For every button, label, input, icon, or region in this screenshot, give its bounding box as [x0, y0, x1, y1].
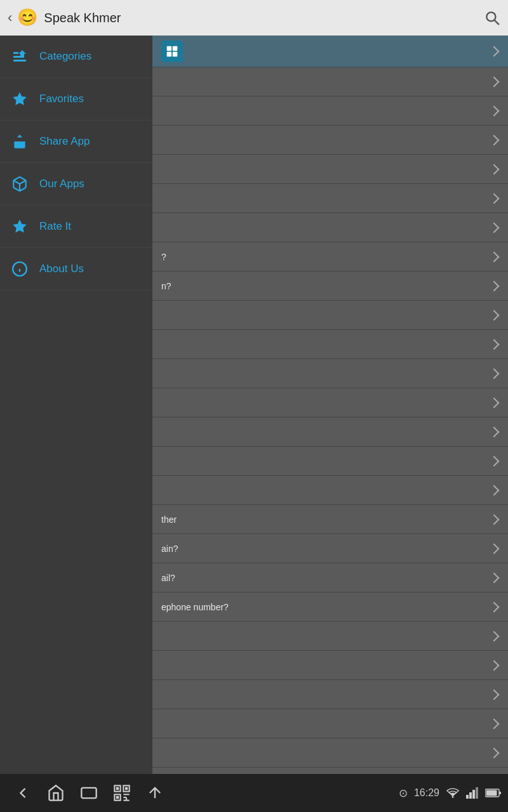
star-icon [10, 89, 29, 108]
svg-marker-9 [13, 219, 27, 233]
up-nav-button[interactable] [138, 779, 171, 807]
sidebar-item-favorites[interactable]: Favorites [0, 78, 152, 121]
back-nav-button[interactable] [6, 779, 39, 807]
chevron-right-icon [486, 658, 502, 673]
svg-rect-17 [81, 788, 96, 798]
signal-icon [466, 787, 479, 799]
sidebar-label-rate-it: Rate It [39, 220, 71, 233]
list-item[interactable] [152, 301, 508, 330]
box-icon [10, 174, 29, 193]
list-item[interactable] [152, 36, 508, 67]
svg-rect-32 [476, 787, 478, 799]
chevron-right-icon [486, 541, 502, 556]
list-item[interactable] [152, 738, 508, 768]
chevron-right-icon [486, 716, 502, 731]
list-item[interactable] [152, 67, 508, 96]
list-item[interactable]: ail? [152, 563, 508, 593]
sidebar-label-categories: Categories [39, 50, 91, 63]
chevron-right-icon [486, 308, 502, 323]
list-item[interactable] [152, 476, 508, 505]
sidebar-item-about-us[interactable]: About Us [0, 248, 152, 291]
chevron-right-icon [486, 395, 502, 410]
list-item[interactable]: ephone number? [152, 593, 508, 622]
chevron-right-icon [486, 133, 502, 148]
app-title: Speak Khmer [44, 11, 484, 25]
svg-marker-6 [13, 92, 27, 105]
list-item[interactable] [152, 126, 508, 155]
qr-nav-button[interactable] [105, 779, 138, 807]
sidebar: Categories Favorites Share App [0, 36, 152, 774]
recents-nav-button[interactable] [72, 779, 105, 807]
chevron-right-icon [486, 249, 502, 265]
chevron-right-icon [486, 629, 502, 644]
list-item[interactable] [152, 213, 508, 242]
list-item[interactable] [152, 155, 508, 184]
top-bar: ‹ 😊 Speak Khmer [0, 0, 508, 36]
list-item[interactable] [152, 709, 508, 738]
row-text: ephone number? [161, 602, 486, 612]
list-item[interactable] [152, 96, 508, 126]
sidebar-label-about-us: About Us [39, 263, 84, 275]
list-item[interactable] [152, 359, 508, 388]
list-item[interactable] [152, 417, 508, 447]
list-item[interactable] [152, 388, 508, 417]
chevron-right-icon [486, 220, 502, 235]
svg-rect-14 [173, 46, 178, 51]
home-nav-button[interactable] [39, 779, 72, 807]
sidebar-item-rate-it[interactable]: Rate It [0, 206, 152, 248]
sidebar-label-our-apps: Our Apps [39, 178, 84, 190]
back-button[interactable]: ‹ [8, 10, 12, 26]
list-item[interactable] [152, 330, 508, 359]
list-item[interactable]: n? [152, 272, 508, 301]
list-item[interactable] [152, 768, 508, 774]
sidebar-item-our-apps[interactable]: Our Apps [0, 163, 152, 206]
chevron-right-icon [486, 454, 502, 469]
chevron-right-icon [486, 337, 502, 352]
row-text: ain? [161, 544, 486, 554]
svg-line-1 [495, 20, 499, 25]
content-area: ? n? [152, 36, 508, 774]
svg-rect-35 [499, 792, 501, 794]
status-area: ⊙ 16:29 [399, 787, 502, 800]
list-item[interactable]: ther [152, 505, 508, 534]
svg-rect-13 [167, 46, 172, 51]
svg-rect-15 [167, 51, 172, 56]
search-button[interactable] [484, 10, 500, 26]
chevron-right-icon [486, 103, 502, 119]
chevron-right-icon [486, 366, 502, 381]
chevron-right-icon [486, 570, 502, 586]
svg-point-28 [452, 796, 454, 798]
info-icon [10, 259, 29, 278]
svg-rect-22 [126, 788, 127, 789]
chevron-right-icon [486, 424, 502, 440]
chevron-right-icon [486, 745, 502, 761]
bottom-navigation-bar: ⊙ 16:29 [0, 774, 508, 812]
main-layout: Categories Favorites Share App [0, 36, 508, 774]
list-item[interactable] [152, 651, 508, 680]
teal-icon [161, 41, 183, 62]
list-item[interactable]: ? [152, 242, 508, 272]
list-item[interactable]: ain? [152, 534, 508, 563]
svg-rect-29 [466, 795, 469, 799]
clock: 16:29 [414, 787, 439, 799]
wifi-icon [446, 787, 460, 799]
svg-rect-16 [173, 51, 178, 56]
star-outline-icon [10, 217, 29, 236]
list-item[interactable] [152, 680, 508, 709]
sidebar-item-share-app[interactable]: Share App [0, 121, 152, 163]
sidebar-label-share-app: Share App [39, 135, 90, 148]
row-text: n? [161, 281, 486, 291]
chevron-right-icon [486, 44, 502, 59]
list-item[interactable] [152, 447, 508, 476]
svg-rect-4 [13, 60, 26, 62]
list-item[interactable] [152, 622, 508, 651]
chevron-right-icon [486, 483, 502, 498]
chevron-right-icon [486, 74, 502, 89]
svg-rect-31 [472, 790, 475, 799]
sidebar-item-categories[interactable]: Categories [0, 36, 152, 78]
sort-icon [10, 47, 29, 66]
svg-rect-30 [469, 792, 472, 799]
svg-rect-34 [486, 790, 497, 796]
list-item[interactable] [152, 184, 508, 213]
status-icon: ⊙ [399, 787, 408, 800]
